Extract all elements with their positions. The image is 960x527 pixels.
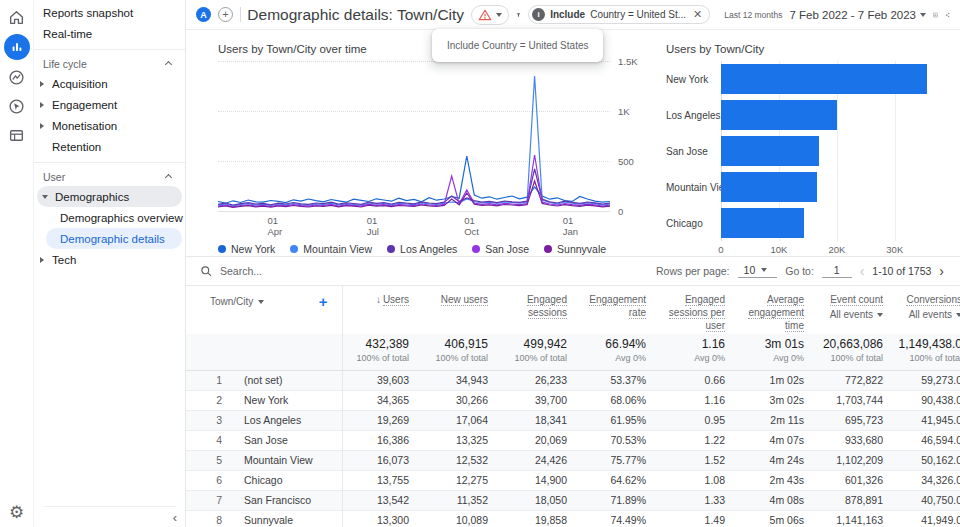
sidebar-item-reports-snapshot[interactable]: Reports snapshot — [34, 2, 185, 23]
sidebar-section-life-cycle[interactable]: Life cycle — [34, 55, 185, 73]
sidebar-item-real-time[interactable]: Real-time — [34, 23, 185, 44]
sidebar-item-demographics-overview[interactable]: Demographics overview — [34, 207, 185, 228]
column-header-event-count[interactable]: Event countAll events — [816, 286, 895, 334]
home-icon[interactable] — [8, 8, 26, 26]
metric-cell: 13,300 — [342, 510, 421, 527]
table-row[interactable]: 3Los Angeles19,26917,06418,34161.95%0.95… — [186, 410, 960, 430]
metric-cell: 10,089 — [421, 510, 500, 527]
column-header-users[interactable]: ↓Users — [342, 286, 421, 334]
column-header-average-engagement-time[interactable]: Average engagement time — [737, 286, 816, 334]
metric-cell: 34,326.0 — [895, 470, 960, 490]
event-selector[interactable]: All events — [909, 309, 960, 320]
column-header-engagement-rate[interactable]: Engagement rate — [579, 286, 658, 334]
sidebar-item-label: Real-time — [43, 28, 92, 40]
search-input[interactable] — [220, 265, 400, 277]
add-dimension-icon[interactable]: + — [319, 293, 328, 310]
previous-page-icon[interactable]: ‹ — [860, 264, 865, 278]
bar-mountain-view[interactable] — [721, 172, 817, 202]
metric-cell: 13,542 — [342, 490, 421, 510]
explore-nav-icon[interactable] — [8, 68, 26, 86]
totals-value: 1,149,438.0 — [895, 337, 960, 351]
sidebar-item-engagement[interactable]: Engagement — [34, 94, 185, 115]
expand-icon[interactable] — [40, 123, 44, 129]
legend-item[interactable]: Mountain View — [290, 243, 372, 255]
data-threshold-warning-button[interactable] — [471, 5, 509, 25]
bar-chicago[interactable] — [721, 208, 804, 238]
expand-icon[interactable] — [40, 257, 44, 263]
legend-item[interactable]: Sunnyvale — [544, 243, 606, 255]
add-comparison-button[interactable]: + — [218, 7, 233, 22]
column-header-engaged-sessions[interactable]: Engaged sessions — [500, 286, 579, 334]
date-range-picker[interactable]: 7 Feb 2022 - 7 Feb 2023 — [789, 9, 926, 21]
metric-cell: 4m 08s — [737, 490, 816, 510]
table-row[interactable]: 2New York34,36530,26639,70068.06%1.163m … — [186, 390, 960, 410]
bar-san-jose[interactable] — [721, 136, 819, 166]
chevron-down-icon[interactable] — [258, 300, 264, 304]
bar-chart-panel: Users by Town/City New YorkLos AngelesSa… — [646, 30, 960, 256]
dimension-header-label[interactable]: Town/City — [210, 296, 253, 307]
legend-item[interactable]: Los Angeles — [387, 243, 457, 255]
pagination-range: 1-10 of 1753 — [872, 265, 931, 277]
line-chart-plot[interactable]: 1.5K1K5000 01Apr01Jul01Oct01Jan — [218, 61, 610, 211]
filter-chip[interactable]: i Include Country = United St... ✕ — [528, 5, 710, 24]
goto-page-input[interactable]: 1 — [822, 264, 852, 278]
customize-report-icon[interactable] — [933, 7, 938, 23]
sidebar-item-demographics[interactable]: Demographics — [37, 186, 182, 207]
metric-cell: 12,275 — [421, 470, 500, 490]
bar-x-tick-label: 0 — [718, 244, 723, 255]
event-selector[interactable]: All events — [830, 309, 883, 320]
bar-category-label: Chicago — [666, 218, 721, 229]
sidebar-item-retention[interactable]: Retention — [34, 136, 185, 157]
column-header-conversions[interactable]: ConversionsAll events — [895, 286, 960, 334]
report-table: Town/City + ↓UsersNew usersEngaged sessi… — [186, 286, 960, 527]
bar-los-angeles[interactable] — [721, 100, 837, 130]
filter-icon[interactable] — [516, 7, 521, 23]
totals-cell: 20,663,086100% of total — [816, 334, 895, 370]
table-row[interactable]: 7San Francisco13,54211,35218,05071.89%1.… — [186, 490, 960, 510]
warning-triangle-icon — [478, 8, 492, 22]
legend-item[interactable]: New York — [218, 243, 275, 255]
reports-nav-icon[interactable] — [4, 34, 30, 60]
collapse-icon[interactable] — [42, 195, 48, 199]
table-row[interactable]: 6Chicago13,75512,27514,90064.62%1.082m 4… — [186, 470, 960, 490]
sidebar-item-demographic-details[interactable]: Demographic details — [46, 228, 182, 249]
sidebar-item-monetisation[interactable]: Monetisation — [34, 115, 185, 136]
sidebar-item-label: Demographics overview — [60, 212, 183, 224]
table-totals-row: 432,389100% of total406,915100% of total… — [186, 334, 960, 370]
sidebar-item-tech[interactable]: Tech — [34, 249, 185, 270]
sidebar-item-acquisition[interactable]: Acquisition — [34, 73, 185, 94]
rows-per-page-select[interactable]: 10 — [738, 264, 778, 278]
metric-cell: 18,050 — [500, 490, 579, 510]
collapse-sidebar-icon[interactable]: ‹ — [173, 510, 177, 525]
share-icon[interactable] — [945, 7, 950, 23]
column-header-engaged-sessions-per-user[interactable]: Engaged sessions per user — [658, 286, 737, 334]
library-nav-icon[interactable] — [8, 126, 26, 144]
legend-item[interactable]: San Jose — [472, 243, 529, 255]
table-row[interactable]: 8Sunnyvale13,30010,08919,85874.49%1.495m… — [186, 510, 960, 527]
totals-subtext: 100% of total — [816, 353, 883, 363]
sidebar-item-label: Retention — [52, 141, 101, 153]
next-page-icon[interactable]: › — [939, 264, 944, 278]
metric-cell: 70.53% — [579, 430, 658, 450]
table-row[interactable]: 5Mountain View16,07312,53224,42675.77%1.… — [186, 450, 960, 470]
row-dimension-value: San Francisco — [232, 490, 342, 510]
section-label: User — [43, 171, 65, 183]
sidebar-section-user[interactable]: User — [34, 168, 185, 186]
x-axis-line — [218, 211, 610, 212]
column-header-new-users[interactable]: New users — [421, 286, 500, 334]
close-icon[interactable]: ✕ — [693, 8, 702, 21]
metric-cell: 90,438.0 — [895, 390, 960, 410]
expand-icon[interactable] — [40, 102, 44, 108]
table-row[interactable]: 1(not set)39,60334,94326,23353.37%0.661m… — [186, 370, 960, 390]
account-avatar[interactable]: A — [196, 7, 211, 22]
expand-icon[interactable] — [40, 81, 44, 87]
settings-gear-icon[interactable]: ⚙ — [9, 504, 24, 521]
collapse-section-icon[interactable] — [165, 173, 172, 180]
advertising-nav-icon[interactable] — [8, 97, 26, 115]
collapse-section-icon[interactable] — [165, 60, 172, 67]
totals-cell: 1,149,438.0100% of total — [895, 334, 960, 370]
row-dimension-value: Los Angeles — [232, 410, 342, 430]
bar-new-york[interactable] — [721, 64, 927, 94]
table-row[interactable]: 4San Jose16,38613,32520,06970.53%1.224m … — [186, 430, 960, 450]
column-header-label: Users — [383, 294, 409, 306]
